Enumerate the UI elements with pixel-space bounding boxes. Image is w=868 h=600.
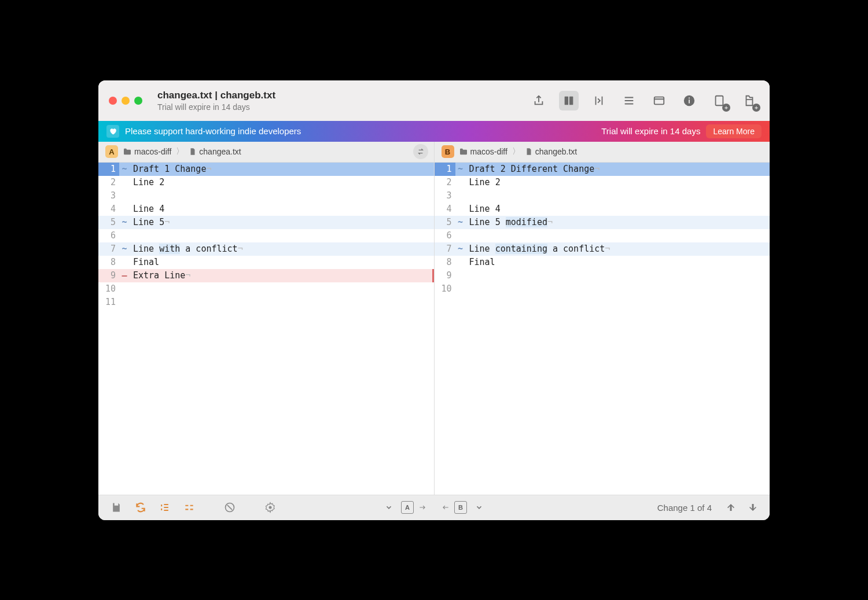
line-number: 4 [98,203,119,216]
diff-marker: ~ [455,242,466,256]
code-line[interactable]: 9 [435,269,770,282]
next-change-dropdown[interactable] [470,499,488,516]
toolbar [529,91,759,111]
line-text: Line 5 modified¬ [466,216,770,229]
trial-banner: Please support hard-working indie develo… [98,121,770,142]
line-text: Line containing a conflict¬ [466,242,770,256]
svg-rect-2 [654,97,664,104]
svg-rect-5 [689,97,690,98]
pilcrow-icon: ¬ [605,244,610,254]
line-text: Line 4 [466,203,770,216]
code-line[interactable]: 7~Line containing a conflict¬ [435,242,770,256]
swap-sides-button[interactable] [413,144,428,159]
copy-to-a-button[interactable]: A [401,501,414,514]
svg-rect-4 [689,100,690,103]
code-line[interactable]: 3 [98,189,434,203]
line-text: Line 2 [130,176,434,189]
code-line[interactable]: 6 [98,229,434,242]
line-text: Final [130,256,434,269]
minimize-window-button[interactable] [122,97,130,105]
svg-rect-6 [716,95,723,105]
window-mode-button[interactable] [649,91,669,111]
prev-change-dropdown[interactable] [380,499,398,516]
reload-button[interactable] [131,498,150,517]
settings-button[interactable] [260,498,280,517]
svg-rect-1 [569,96,573,105]
code-line[interactable]: 5~Line 5¬ [98,216,434,229]
pilcrow-icon: ¬ [206,164,211,174]
line-number: 6 [98,229,119,242]
code-line[interactable]: 4Line 4 [98,203,434,216]
view-list-button[interactable] [619,91,639,111]
line-number: 5 [98,216,119,229]
line-number: 7 [435,242,455,256]
diff-panes: 1~Draft 1 Change¬2Line 234Line 45~Line 5… [98,163,770,495]
folder-icon [459,147,468,156]
line-number: 1 [435,163,455,176]
arrow-right-icon [417,503,428,511]
code-line[interactable]: 10 [435,282,770,296]
line-number: 9 [98,269,119,282]
view-side-by-side-button[interactable] [559,91,579,111]
code-line[interactable]: 6 [435,229,770,242]
diff-marker: — [119,269,130,282]
line-numbers-button[interactable] [155,498,175,517]
add-file-button[interactable] [709,91,729,111]
line-number: 1 [98,163,119,176]
code-line[interactable]: 11 [98,296,434,309]
line-text: Line 5¬ [130,216,434,229]
svg-point-8 [269,506,272,509]
close-window-button[interactable] [109,97,117,105]
code-line[interactable]: 10 [98,282,434,296]
pilcrow-icon: ¬ [238,244,243,254]
line-number: 7 [98,242,119,256]
add-folder-button[interactable] [740,91,759,111]
code-line[interactable]: 2Line 2 [98,176,434,189]
prev-change-button[interactable] [722,499,740,516]
arrow-left-icon [440,503,451,511]
line-number: 11 [98,296,119,309]
breadcrumb-b-path[interactable]: macos-diff 〉 changeb.txt [459,146,578,157]
heart-icon [106,125,119,138]
diff-marker: ~ [119,242,130,256]
maximize-window-button[interactable] [134,97,142,105]
code-line[interactable]: 9—Extra Line¬ [98,269,434,282]
code-line[interactable]: 5~Line 5 modified¬ [435,216,770,229]
pane-a-badge: A [105,145,118,158]
file-icon [525,148,533,156]
titlebar: changea.txt | changeb.txt Trial will exp… [98,80,770,121]
banner-message: Please support hard-working indie develo… [125,126,301,136]
pane-b[interactable]: 1~Draft 2 Different Change¬2Line 234Line… [435,163,770,495]
breadcrumb-a-folder: macos-diff [134,147,171,156]
code-line[interactable]: 1~Draft 2 Different Change¬ [435,163,770,176]
pane-a[interactable]: 1~Draft 1 Change¬2Line 234Line 45~Line 5… [98,163,435,495]
banner-trial-text: Trial will expire in 14 days [601,126,700,136]
bottombar: A B Change 1 of 4 [98,495,770,520]
whitespace-button[interactable] [179,498,199,517]
pane-b-badge: B [442,145,454,158]
view-inline-button[interactable] [589,91,609,111]
code-line[interactable]: 2Line 2 [435,176,770,189]
line-number: 9 [435,269,455,282]
folder-icon [123,147,132,156]
pilcrow-icon: ¬ [185,270,190,281]
copy-to-b-button[interactable]: B [454,501,467,514]
code-line[interactable]: 1~Draft 1 Change¬ [98,163,434,176]
code-line[interactable]: 3 [435,189,770,203]
copy-navigation: A B [380,499,488,516]
next-change-button[interactable] [744,499,762,516]
code-line[interactable]: 7~Line with a conflict¬ [98,242,434,256]
file-icon [189,148,197,156]
info-button[interactable] [679,91,699,111]
save-button[interactable] [106,498,126,517]
code-line[interactable]: 4Line 4 [435,203,770,216]
line-text: Draft 1 Change¬ [130,163,434,176]
line-text: Final [466,256,770,269]
filter-button[interactable] [220,498,240,517]
pilcrow-icon: ¬ [164,217,170,227]
breadcrumb-a-path[interactable]: macos-diff 〉 changea.txt [123,146,241,157]
code-line[interactable]: 8Final [98,256,434,269]
learn-more-button[interactable]: Learn More [706,124,762,138]
code-line[interactable]: 8Final [435,256,770,269]
share-button[interactable] [529,91,549,111]
